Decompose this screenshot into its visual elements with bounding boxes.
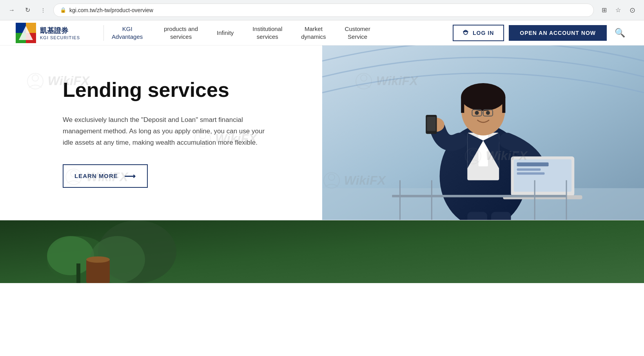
profile-button[interactable]: ⊙ — [627, 5, 638, 16]
nav-item-infinity[interactable]: Infinity — [207, 20, 243, 45]
svg-rect-55 — [76, 263, 80, 283]
hero-illustration — [322, 45, 644, 220]
svg-rect-39 — [517, 162, 548, 166]
browser-chrome: → ↻ ⋮ 🔒 kgi.com.tw/zh-tw/product-overvie… — [0, 0, 644, 20]
arrow-icon: ⟶ — [124, 171, 136, 181]
open-account-label: OPEN AN ACCOUNT NOW — [520, 30, 596, 36]
hero-image — [322, 45, 644, 220]
address-options-button[interactable]: ⋮ — [38, 5, 49, 16]
hero-title: Lending services — [63, 78, 299, 102]
search-icon: 🔍 — [615, 28, 625, 38]
lock-icon: 🔒 — [60, 7, 66, 13]
logo-chinese: 凱基證券 — [40, 26, 80, 35]
logo-text: 凱基證券 KGI SECURITIES — [40, 26, 80, 40]
bottom-section — [0, 220, 644, 283]
person-icon: ⛑ — [463, 29, 470, 36]
hero-description: We exclusively launch the "Deposit and L… — [63, 114, 274, 149]
browser-right-actions: ⊞ ☆ ⊙ — [599, 5, 638, 16]
nav-item-customer[interactable]: Customer Service — [336, 20, 380, 45]
svg-rect-40 — [517, 168, 541, 171]
svg-rect-26 — [461, 97, 464, 113]
translate-button[interactable]: ⊞ — [599, 5, 610, 16]
nav-item-market[interactable]: Market dynamics — [292, 20, 335, 45]
svg-rect-58 — [86, 260, 110, 283]
svg-point-59 — [86, 256, 110, 263]
search-button[interactable]: 🔍 — [611, 26, 628, 40]
svg-point-32 — [486, 111, 490, 115]
svg-rect-41 — [517, 172, 544, 174]
open-account-button[interactable]: OPEN AN ACCOUNT NOW — [509, 25, 607, 41]
svg-rect-44 — [491, 212, 511, 220]
svg-rect-27 — [502, 97, 505, 113]
bottom-image-area — [0, 220, 644, 283]
bottom-illustration — [0, 220, 644, 283]
nav-actions: ⛑ LOG IN OPEN AN ACCOUNT NOW 🔍 — [453, 25, 628, 41]
address-bar[interactable]: 🔒 kgi.com.tw/zh-tw/product-overview — [53, 4, 594, 17]
logo-subtitle: KGI SECURITIES — [40, 35, 80, 40]
logo-area[interactable]: 凱基證券 KGI SECURITIES — [16, 23, 80, 43]
svg-rect-35 — [427, 117, 435, 131]
navbar: 凱基證券 KGI SECURITIES KGI Advantages produ… — [0, 20, 644, 45]
refresh-button[interactable]: ↻ — [22, 5, 33, 16]
login-button[interactable]: ⛑ LOG IN — [453, 25, 504, 41]
learn-more-button[interactable]: LEARN MORE ⟶ — [63, 164, 148, 188]
hero-section: WikiFX WikiFX WikiFX WikiFX WikiFX WikiF… — [0, 45, 644, 220]
bookmark-button[interactable]: ☆ — [613, 5, 624, 16]
hero-content: Lending services We exclusively launch t… — [0, 45, 322, 220]
learn-more-label: LEARN MORE — [74, 173, 118, 179]
nav-item-institutional[interactable]: Institutional services — [243, 20, 292, 45]
website: 凱基證券 KGI SECURITIES KGI Advantages produ… — [0, 20, 644, 283]
nav-divider — [103, 25, 104, 41]
kgi-logo-icon — [16, 23, 36, 43]
login-label: LOG IN — [473, 30, 494, 36]
svg-point-31 — [475, 111, 479, 115]
svg-rect-43 — [467, 212, 487, 220]
svg-point-25 — [461, 83, 505, 111]
url-text: kgi.com.tw/zh-tw/product-overview — [69, 7, 587, 13]
nav-item-products[interactable]: products and services — [154, 20, 207, 45]
back-button[interactable]: → — [6, 5, 17, 16]
kgi-advantages-link[interactable]: KGI Advantages — [112, 25, 143, 40]
nav-links: products and services Infinity Instituti… — [154, 20, 453, 45]
